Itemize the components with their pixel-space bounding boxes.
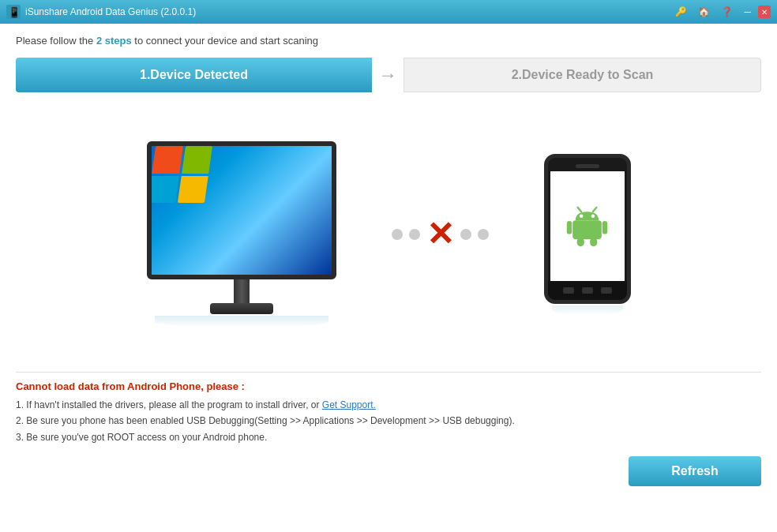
- phone-btn-1: [563, 287, 574, 294]
- svg-point-3: [580, 214, 584, 218]
- intro-suffix: to connect your device and start scaning: [132, 35, 318, 47]
- svg-line-5: [578, 208, 582, 212]
- info-item-3-text: Be sure you've got ROOT access on your A…: [26, 432, 267, 443]
- phone-reflection: [552, 305, 623, 315]
- info-list: 1. If havn't installed the drivers, plea…: [16, 397, 761, 445]
- monitor-stand-neck: [234, 279, 250, 303]
- error-title: Cannot load data from Android Phone, ple…: [16, 380, 761, 392]
- svg-rect-10: [590, 238, 597, 246]
- phone-btn-3: [601, 287, 612, 294]
- phone-speaker: [576, 164, 599, 168]
- svg-rect-9: [577, 238, 584, 246]
- title-bar: 📱 iSunshare Android Data Genius (2.0.0.1…: [0, 0, 777, 24]
- phone: [544, 154, 631, 304]
- title-bar-text: iSunshare Android Data Genius (2.0.0.1): [25, 6, 671, 17]
- get-support-link[interactable]: Get Support.: [322, 399, 376, 410]
- steps-bar: 1.Device Detected → 2.Device Ready to Sc…: [16, 58, 761, 92]
- phone-container: [544, 154, 631, 315]
- steps-highlight: 2 steps: [96, 35, 132, 47]
- refresh-row: Refresh: [0, 456, 777, 497]
- content-area: ✕: [16, 108, 761, 361]
- flag-q4: [177, 176, 208, 204]
- monitor-container: [147, 141, 336, 328]
- dot-3: [460, 229, 471, 240]
- flag-q2: [181, 146, 212, 174]
- titlebar-minimize-icon[interactable]: ─: [740, 5, 755, 19]
- dot-2: [409, 229, 420, 240]
- svg-line-6: [593, 208, 597, 212]
- refresh-button[interactable]: Refresh: [629, 456, 761, 486]
- main-content: Please follow the 2 steps to connect you…: [0, 24, 777, 372]
- step1-box: 1.Device Detected: [16, 58, 372, 92]
- phone-buttons: [548, 281, 627, 300]
- monitor-stand-base: [210, 303, 273, 314]
- connection-area: ✕: [392, 218, 489, 251]
- svg-rect-7: [567, 221, 572, 234]
- info-item-2: 2. Be sure you phone has been enabled US…: [16, 413, 761, 429]
- svg-text:📱: 📱: [8, 6, 21, 19]
- phone-btn-2: [582, 287, 593, 294]
- monitor-reflection: [155, 316, 328, 328]
- info-item-1: 1. If havn't installed the drivers, plea…: [16, 397, 761, 413]
- connection-x-mark: ✕: [426, 218, 454, 251]
- dot-1: [392, 229, 403, 240]
- step2-box: 2.Device Ready to Scan: [404, 58, 761, 92]
- monitor-screen: [152, 146, 332, 275]
- intro-prefix: Please follow the: [16, 35, 96, 47]
- step-arrow-icon: →: [372, 64, 404, 86]
- svg-rect-2: [572, 220, 602, 239]
- flag-q1: [152, 146, 182, 174]
- step1-label: 1.Device Detected: [140, 68, 248, 82]
- intro-text: Please follow the 2 steps to connect you…: [16, 35, 761, 47]
- svg-rect-8: [602, 221, 607, 234]
- titlebar-home-icon[interactable]: 🏠: [694, 5, 714, 19]
- bottom-section: Cannot load data from Android Phone, ple…: [0, 373, 777, 456]
- dot-4: [478, 229, 489, 240]
- titlebar-help-icon[interactable]: ❓: [717, 5, 737, 19]
- titlebar-close-button[interactable]: ✕: [758, 6, 771, 18]
- phone-screen: [550, 171, 625, 281]
- step2-label: 2.Device Ready to Scan: [512, 68, 654, 82]
- title-bar-controls: 🔑 🏠 ❓ ─ ✕: [671, 5, 771, 19]
- info-item-3: 3. Be sure you've got ROOT access on you…: [16, 429, 761, 445]
- flag-q3: [152, 176, 178, 204]
- svg-point-4: [591, 214, 595, 218]
- app-icon: 📱: [6, 5, 21, 19]
- titlebar-key-icon[interactable]: 🔑: [671, 5, 691, 19]
- monitor: [147, 141, 336, 279]
- android-logo: [565, 204, 609, 248]
- windows-logo: [152, 146, 212, 203]
- info-item-1-text-before: If havn't installed the drivers, please …: [26, 399, 321, 410]
- info-item-2-text: Be sure you phone has been enabled USB D…: [26, 415, 514, 426]
